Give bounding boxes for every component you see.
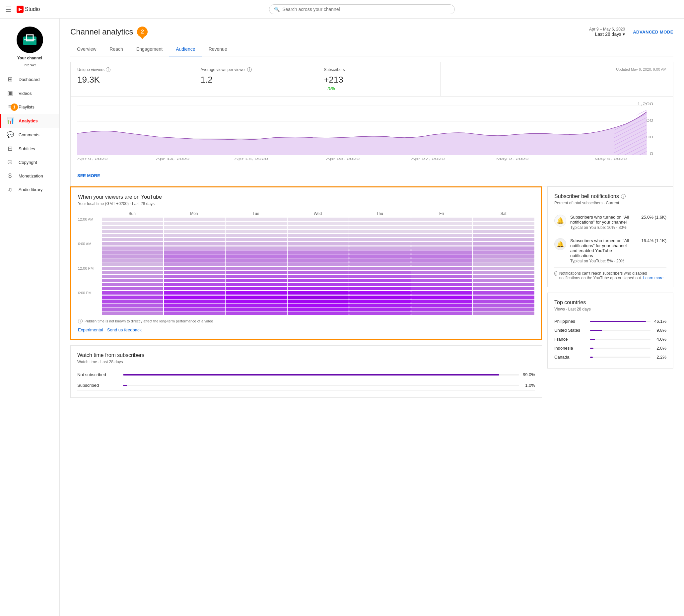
analytics-tabs: Overview Reach Engagement Audience Reven… [70, 42, 674, 57]
heatmap-cell [473, 226, 534, 229]
sidebar-item-label: Videos [19, 91, 32, 96]
tab-reach[interactable]: Reach [103, 42, 129, 57]
heatmap-row [78, 226, 534, 229]
sidebar-item-dashboard[interactable]: ⊞ Dashboard [0, 72, 59, 86]
bell-icon: 🔔 [554, 215, 566, 226]
heatmap-cell [349, 242, 411, 245]
heatmap-cell [349, 304, 411, 307]
tab-revenue[interactable]: Revenue [202, 42, 234, 57]
heatmap-cell [164, 267, 225, 270]
sidebar-item-analytics[interactable]: 📊 Analytics [0, 114, 59, 128]
heatmap-cell [102, 242, 163, 245]
heatmap-cell [349, 300, 411, 303]
videos-icon: ▣ [7, 90, 13, 97]
studio-label: Studio [25, 6, 40, 12]
day-fri: Fri [411, 211, 473, 216]
sidebar-item-playlists[interactable]: ≡ Playlists 1 [0, 100, 59, 114]
heatmap-time-label: 12:00 PM [78, 266, 101, 270]
heatmap-cell [164, 308, 225, 311]
svg-text:Apr 27, 2020: Apr 27, 2020 [411, 157, 445, 160]
heatmap-cell [411, 246, 473, 250]
top-navigation: ☰ ▶ Studio 🔍 [0, 0, 684, 19]
heatmap-cell [225, 308, 287, 311]
country-name: France [554, 337, 588, 342]
sidebar-item-copyright[interactable]: © Copyright [0, 156, 59, 169]
metrics-row: Unique viewers i 19.3K Average views per… [70, 62, 674, 96]
sidebar-item-subtitles[interactable]: ⊟ Subtitles [0, 141, 59, 156]
heatmap-cell [102, 250, 163, 254]
metric-value: 1.2 [201, 75, 310, 85]
sidebar-item-monetization[interactable]: $ Monetization [0, 169, 59, 183]
heatmap-cell [411, 250, 473, 254]
heatmap-cell [164, 226, 225, 229]
tab-engagement[interactable]: Engagement [130, 42, 169, 57]
country-bar [590, 339, 595, 340]
bell-info-note: i Notifications can't reach subscribers … [554, 268, 666, 280]
sidebar-item-audio[interactable]: ♫ Audio library [0, 183, 59, 196]
heatmap-row [78, 238, 534, 241]
heatmap-cell [288, 238, 349, 241]
menu-button[interactable]: ☰ [5, 5, 11, 13]
experimental-link[interactable]: Experimental [78, 327, 103, 332]
country-bar [590, 348, 593, 349]
sidebar-item-label: Analytics [19, 118, 38, 124]
bell-typical: Typical on YouTube: 5% - 20% [570, 259, 635, 263]
country-name: United States [554, 328, 588, 333]
learn-more-link[interactable]: Learn more [643, 276, 663, 280]
country-bar-wrap [590, 339, 650, 340]
advanced-mode-button[interactable]: ADVANCED MODE [633, 29, 674, 35]
left-panel: When your viewers are on YouTube Your lo… [70, 186, 542, 398]
logo[interactable]: ▶ Studio [17, 6, 40, 13]
heatmap-cell [102, 222, 163, 225]
sidebar-item-videos[interactable]: ▣ Videos [0, 86, 59, 100]
heatmap-row [78, 283, 534, 286]
heatmap-cell [473, 279, 534, 282]
heatmap-cell [164, 218, 225, 221]
tab-audience[interactable]: Audience [169, 42, 202, 57]
heatmap-row [78, 255, 534, 258]
watch-time-title: Watch time from subscribers [77, 352, 535, 358]
metric-label: Average views per viewer i [201, 67, 310, 72]
heatmap-cell [102, 262, 163, 266]
heatmap-cell [473, 262, 534, 266]
search-input[interactable] [282, 7, 450, 12]
top-countries-card: Top countries Views · Last 28 days Phili… [547, 292, 674, 369]
heatmap-cell [349, 234, 411, 237]
heatmap-cell [411, 295, 473, 299]
country-row: Philippines46.1% [554, 317, 666, 326]
country-pct: 2.8% [653, 346, 666, 351]
search-bar[interactable]: 🔍 [269, 4, 455, 14]
heatmap-cell [473, 222, 534, 225]
heatmap-cell [288, 234, 349, 237]
heatmap-time-label: 12:00 AM [78, 217, 101, 221]
heatmap-cell [164, 279, 225, 282]
day-thu: Thu [349, 211, 411, 216]
heatmap-cell [411, 222, 473, 225]
heatmap-cell [225, 262, 287, 266]
heatmap-cell [349, 279, 411, 282]
heatmap-cell [473, 311, 534, 315]
tab-overview[interactable]: Overview [70, 42, 103, 57]
feedback-link[interactable]: Send us feedback [107, 327, 142, 332]
heatmap-cell [349, 271, 411, 274]
heatmap-cell [411, 230, 473, 233]
heatmap-cell [411, 255, 473, 258]
heatmap-cell [349, 295, 411, 299]
heatmap-cell [225, 246, 287, 250]
channel-name: Your channel [17, 56, 42, 60]
sidebar-item-label: Dashboard [19, 77, 40, 82]
metric-unique-viewers: Unique viewers i 19.3K [71, 62, 194, 96]
sidebar-item-comments[interactable]: 💬 Comments [0, 128, 59, 141]
country-bar-wrap [590, 321, 650, 322]
viewers-card-title: When your viewers are on YouTube [78, 194, 534, 200]
heatmap-cell [349, 222, 411, 225]
heatmap-cell [411, 283, 473, 286]
heatmap-cell [349, 238, 411, 241]
heatmap-cell [473, 287, 534, 290]
heatmap-cell [102, 246, 163, 250]
svg-text:May 6, 2020: May 6, 2020 [594, 157, 627, 160]
heatmap-cell [288, 218, 349, 221]
heatmap-row: 6:00 AM [78, 242, 534, 246]
see-more-button[interactable]: SEE MORE [77, 173, 100, 178]
date-range-selector[interactable]: Apr 9 – May 6, 2020 Last 28 days ▾ [589, 27, 625, 37]
